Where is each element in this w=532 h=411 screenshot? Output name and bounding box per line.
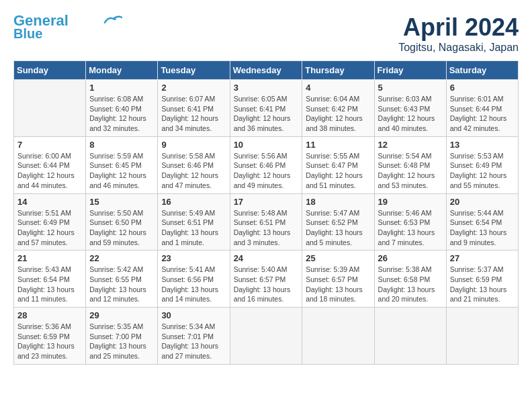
day-number: 20: [450, 197, 515, 207]
day-number: 12: [378, 140, 443, 150]
calendar-cell: 12Sunrise: 5:54 AM Sunset: 6:48 PM Dayli…: [374, 136, 446, 193]
day-number: 3: [234, 83, 299, 93]
day-info: Sunrise: 5:36 AM Sunset: 6:59 PM Dayligh…: [17, 322, 82, 361]
day-info: Sunrise: 6:08 AM Sunset: 6:40 PM Dayligh…: [89, 94, 154, 134]
day-header-wednesday: Wednesday: [230, 61, 302, 80]
calendar-cell: 28Sunrise: 5:36 AM Sunset: 6:59 PM Dayli…: [14, 308, 86, 365]
main-title: April 2024: [398, 13, 519, 42]
day-info: Sunrise: 5:43 AM Sunset: 6:54 PM Dayligh…: [17, 265, 82, 304]
calendar-cell: 24Sunrise: 5:40 AM Sunset: 6:57 PM Dayli…: [230, 250, 302, 308]
calendar-cell: 6Sunrise: 6:01 AM Sunset: 6:44 PM Daylig…: [446, 80, 518, 137]
calendar-cell: 3Sunrise: 6:05 AM Sunset: 6:41 PM Daylig…: [230, 80, 302, 137]
calendar-cell: 29Sunrise: 5:35 AM Sunset: 7:00 PM Dayli…: [86, 308, 158, 365]
day-info: Sunrise: 5:46 AM Sunset: 6:53 PM Dayligh…: [378, 208, 443, 248]
calendar-cell: 1Sunrise: 6:08 AM Sunset: 6:40 PM Daylig…: [86, 80, 158, 137]
day-info: Sunrise: 5:42 AM Sunset: 6:55 PM Dayligh…: [89, 265, 154, 304]
calendar-cell: 5Sunrise: 6:03 AM Sunset: 6:43 PM Daylig…: [374, 80, 446, 137]
day-info: Sunrise: 6:07 AM Sunset: 6:41 PM Dayligh…: [161, 94, 226, 134]
day-number: 6: [450, 83, 515, 93]
day-number: 17: [234, 197, 299, 207]
day-number: 13: [450, 140, 515, 150]
day-info: Sunrise: 5:44 AM Sunset: 6:54 PM Dayligh…: [450, 208, 515, 248]
day-info: Sunrise: 5:39 AM Sunset: 6:57 PM Dayligh…: [306, 265, 370, 304]
day-number: 24: [234, 253, 299, 263]
day-info: Sunrise: 6:04 AM Sunset: 6:42 PM Dayligh…: [306, 94, 370, 134]
calendar-cell: 14Sunrise: 5:51 AM Sunset: 6:49 PM Dayli…: [14, 193, 86, 250]
day-info: Sunrise: 6:03 AM Sunset: 6:43 PM Dayligh…: [378, 94, 443, 134]
day-info: Sunrise: 5:55 AM Sunset: 6:47 PM Dayligh…: [306, 151, 370, 191]
calendar-cell: 10Sunrise: 5:56 AM Sunset: 6:46 PM Dayli…: [230, 136, 302, 193]
calendar-cell: 23Sunrise: 5:41 AM Sunset: 6:56 PM Dayli…: [158, 250, 230, 308]
day-info: Sunrise: 5:40 AM Sunset: 6:57 PM Dayligh…: [234, 265, 299, 304]
day-info: Sunrise: 5:56 AM Sunset: 6:46 PM Dayligh…: [234, 151, 299, 191]
day-info: Sunrise: 5:38 AM Sunset: 6:58 PM Dayligh…: [378, 265, 443, 304]
day-info: Sunrise: 5:47 AM Sunset: 6:52 PM Dayligh…: [306, 208, 370, 248]
day-number: 14: [17, 197, 82, 207]
calendar-table: SundayMondayTuesdayWednesdayThursdayFrid…: [13, 60, 519, 365]
logo-blue-text: Blue: [13, 27, 42, 40]
calendar-cell: [374, 308, 446, 365]
day-header-saturday: Saturday: [446, 61, 518, 80]
day-number: 2: [161, 83, 226, 93]
calendar-cell: [446, 308, 518, 365]
day-number: 1: [89, 83, 154, 93]
calendar-cell: [302, 308, 374, 365]
day-number: 26: [378, 253, 443, 263]
calendar-cell: 9Sunrise: 5:58 AM Sunset: 6:46 PM Daylig…: [158, 136, 230, 193]
day-number: 4: [306, 83, 370, 93]
calendar-cell: [14, 80, 86, 137]
week-row-4: 21Sunrise: 5:43 AM Sunset: 6:54 PM Dayli…: [14, 250, 519, 308]
header: General Blue April 2024 Togitsu, Nagasak…: [13, 13, 519, 54]
week-row-3: 14Sunrise: 5:51 AM Sunset: 6:49 PM Dayli…: [14, 193, 519, 250]
calendar-cell: 21Sunrise: 5:43 AM Sunset: 6:54 PM Dayli…: [14, 250, 86, 308]
day-number: 30: [161, 310, 226, 320]
day-number: 8: [89, 140, 154, 150]
day-info: Sunrise: 5:37 AM Sunset: 6:59 PM Dayligh…: [450, 265, 515, 304]
week-row-1: 1Sunrise: 6:08 AM Sunset: 6:40 PM Daylig…: [14, 80, 519, 137]
day-info: Sunrise: 5:58 AM Sunset: 6:46 PM Dayligh…: [161, 151, 226, 191]
calendar-cell: 18Sunrise: 5:47 AM Sunset: 6:52 PM Dayli…: [302, 193, 374, 250]
logo-bird-icon: [103, 13, 122, 26]
day-number: 10: [234, 140, 299, 150]
day-number: 9: [161, 140, 226, 150]
day-info: Sunrise: 5:34 AM Sunset: 7:01 PM Dayligh…: [161, 322, 226, 361]
day-number: 25: [306, 253, 370, 263]
calendar-cell: 8Sunrise: 5:59 AM Sunset: 6:45 PM Daylig…: [86, 136, 158, 193]
day-number: 5: [378, 83, 443, 93]
day-number: 23: [161, 253, 226, 263]
week-row-2: 7Sunrise: 6:00 AM Sunset: 6:44 PM Daylig…: [14, 136, 519, 193]
calendar-cell: 16Sunrise: 5:49 AM Sunset: 6:51 PM Dayli…: [158, 193, 230, 250]
subtitle: Togitsu, Nagasaki, Japan: [398, 42, 519, 54]
day-info: Sunrise: 5:50 AM Sunset: 6:50 PM Dayligh…: [89, 208, 154, 248]
title-area: April 2024 Togitsu, Nagasaki, Japan: [398, 13, 519, 54]
calendar-cell: 11Sunrise: 5:55 AM Sunset: 6:47 PM Dayli…: [302, 136, 374, 193]
week-row-5: 28Sunrise: 5:36 AM Sunset: 6:59 PM Dayli…: [14, 308, 519, 365]
calendar-cell: 26Sunrise: 5:38 AM Sunset: 6:58 PM Dayli…: [374, 250, 446, 308]
calendar-cell: 19Sunrise: 5:46 AM Sunset: 6:53 PM Dayli…: [374, 193, 446, 250]
day-info: Sunrise: 5:59 AM Sunset: 6:45 PM Dayligh…: [89, 151, 154, 191]
day-info: Sunrise: 5:48 AM Sunset: 6:51 PM Dayligh…: [234, 208, 299, 248]
day-number: 19: [378, 197, 443, 207]
calendar-cell: 7Sunrise: 6:00 AM Sunset: 6:44 PM Daylig…: [14, 136, 86, 193]
day-info: Sunrise: 6:00 AM Sunset: 6:44 PM Dayligh…: [17, 151, 82, 191]
logo: General Blue: [13, 13, 122, 40]
calendar-cell: 30Sunrise: 5:34 AM Sunset: 7:01 PM Dayli…: [158, 308, 230, 365]
day-info: Sunrise: 6:05 AM Sunset: 6:41 PM Dayligh…: [234, 94, 299, 134]
day-header-thursday: Thursday: [302, 61, 374, 80]
day-info: Sunrise: 6:01 AM Sunset: 6:44 PM Dayligh…: [450, 94, 515, 134]
day-header-friday: Friday: [374, 61, 446, 80]
header-row: SundayMondayTuesdayWednesdayThursdayFrid…: [14, 61, 519, 80]
day-number: 29: [89, 310, 154, 320]
day-header-sunday: Sunday: [14, 61, 86, 80]
day-header-tuesday: Tuesday: [158, 61, 230, 80]
day-info: Sunrise: 5:54 AM Sunset: 6:48 PM Dayligh…: [378, 151, 443, 191]
day-number: 15: [89, 197, 154, 207]
day-info: Sunrise: 5:51 AM Sunset: 6:49 PM Dayligh…: [17, 208, 82, 248]
calendar-cell: 22Sunrise: 5:42 AM Sunset: 6:55 PM Dayli…: [86, 250, 158, 308]
day-number: 21: [17, 253, 82, 263]
calendar-cell: 17Sunrise: 5:48 AM Sunset: 6:51 PM Dayli…: [230, 193, 302, 250]
calendar-cell: [230, 308, 302, 365]
calendar-cell: 15Sunrise: 5:50 AM Sunset: 6:50 PM Dayli…: [86, 193, 158, 250]
day-number: 11: [306, 140, 370, 150]
day-info: Sunrise: 5:49 AM Sunset: 6:51 PM Dayligh…: [161, 208, 226, 248]
